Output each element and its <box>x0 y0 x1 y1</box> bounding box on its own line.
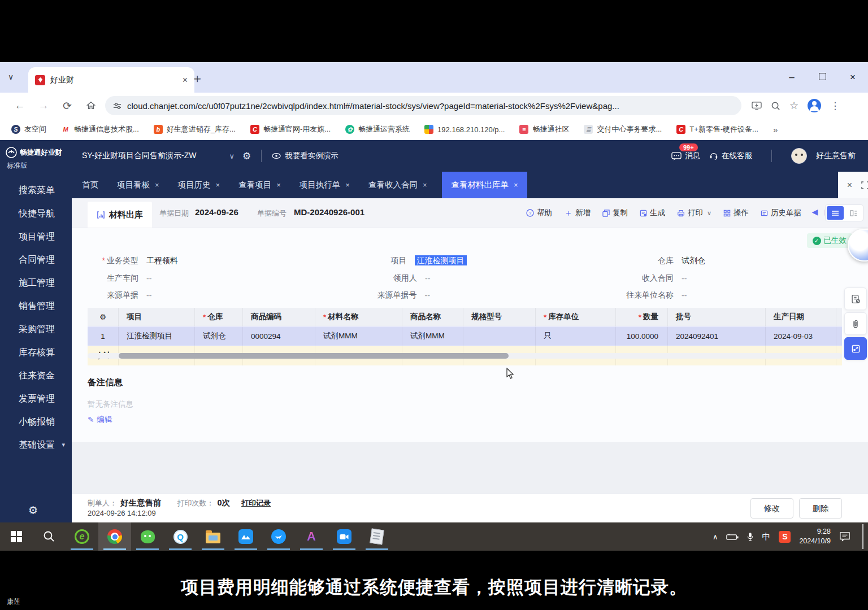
modify-button[interactable]: 修改 <box>750 498 793 518</box>
messages-button[interactable]: 消息 99+ <box>671 151 700 161</box>
bookmarks-overflow-icon[interactable]: » <box>773 125 778 134</box>
sidebar-gear-icon[interactable]: ⚙ <box>28 504 38 517</box>
history-button[interactable]: 历史单据 <box>761 208 801 218</box>
close-icon[interactable]: × <box>216 181 220 189</box>
user-avatar[interactable] <box>791 148 807 164</box>
doc-notes-button[interactable] <box>844 287 867 310</box>
card-view-button[interactable] <box>845 206 862 220</box>
col-header[interactable]: 商品名称 <box>402 308 463 326</box>
demo-link[interactable]: 我要看实例演示 <box>272 151 338 161</box>
close-all-tabs-icon[interactable]: × <box>847 180 852 190</box>
tab-home[interactable]: 首页 <box>82 180 98 190</box>
col-header[interactable]: 库存单位 <box>536 308 616 326</box>
menu-dots-icon[interactable]: ⋮ <box>830 100 840 112</box>
taskbar-icon-docs-app[interactable] <box>229 522 262 551</box>
sidebar-item-search-menu[interactable]: 搜索菜单 <box>0 178 72 202</box>
microphone-icon[interactable] <box>747 532 753 541</box>
bookmark-item[interactable]: b好生意进销存_库存... <box>154 124 236 134</box>
bookmark-item[interactable]: ✿畅捷通运营系统 <box>345 124 410 134</box>
table-settings-gear-icon[interactable]: ⚙ <box>88 308 119 326</box>
tab-project-board[interactable]: 项目看板× <box>117 180 159 190</box>
tray-clock[interactable]: 9:28 2024/10/9 <box>799 527 831 546</box>
zoom-icon[interactable] <box>771 101 780 111</box>
sidebar-item-sales[interactable]: 销售管理 <box>0 294 72 317</box>
bookmark-item[interactable]: C畅捷通官网-用友旗... <box>250 124 331 134</box>
taskbar-icon-chat-app[interactable]: Q <box>164 522 197 551</box>
install-icon[interactable] <box>752 101 762 110</box>
delete-button[interactable]: 删除 <box>799 498 842 518</box>
scrollbar-thumb[interactable] <box>119 353 509 359</box>
bookmark-item[interactable]: ≣交付中心事务要求... <box>584 124 662 134</box>
table-row[interactable]: 1 江淮检测项目 试剂仓 0000294 试剂MMM 试剂MMM 只 100.0… <box>88 326 842 346</box>
taskbar-icon-design-app[interactable]: A <box>295 522 328 551</box>
battery-icon[interactable] <box>726 533 739 541</box>
doc-type-tab[interactable]: 材料出库 <box>88 202 152 228</box>
tab-project-history[interactable]: 项目历史× <box>178 180 220 190</box>
close-icon[interactable]: × <box>514 181 518 189</box>
new-tab-button[interactable]: ＋ <box>191 70 203 87</box>
prev-doc-icon[interactable]: ◀ <box>811 207 818 216</box>
sidebar-item-construction[interactable]: 施工管理 <box>0 271 72 294</box>
operate-button[interactable]: 操作 <box>723 208 749 218</box>
bookmark-item[interactable]: 192.168.210.120/p... <box>424 125 505 134</box>
bookmark-item[interactable]: S友空间 <box>11 124 46 134</box>
online-service-button[interactable]: 在线客服 <box>709 151 752 161</box>
minimize-button[interactable]: – <box>776 72 807 83</box>
forward-icon[interactable]: → <box>32 99 55 112</box>
profile-avatar[interactable] <box>808 99 821 112</box>
sidebar-item-contract[interactable]: 合同管理 <box>0 248 72 271</box>
start-button[interactable] <box>0 522 33 551</box>
tab-income-contract[interactable]: 查看收入合同× <box>368 180 427 190</box>
notification-center-icon[interactable] <box>839 531 850 542</box>
sidebar-item-funds[interactable]: 往来资金 <box>0 364 72 387</box>
attachment-button[interactable] <box>844 312 867 335</box>
sogou-ime-icon[interactable]: S <box>779 531 791 543</box>
col-header[interactable]: 批号 <box>668 308 766 326</box>
new-button[interactable]: ＋新增 <box>564 208 591 219</box>
taskbar-icon-wechat[interactable] <box>131 522 164 551</box>
account-settings-icon[interactable]: ⚙ <box>242 150 251 162</box>
expand-button[interactable] <box>844 337 867 360</box>
taskbar-icon-recorder[interactable] <box>328 522 361 551</box>
sidebar-item-purchase[interactable]: 采购管理 <box>0 317 72 341</box>
col-header[interactable]: 项目 <box>119 308 195 326</box>
sidebar-item-inventory[interactable]: 库存核算 <box>0 341 72 364</box>
taskbar-icon-explorer[interactable] <box>197 522 229 551</box>
tab-view-project[interactable]: 查看项目× <box>238 180 281 190</box>
home-icon[interactable] <box>79 101 103 111</box>
address-bar[interactable]: cloud.chanjet.com/cc/u0f07putz1ne/2cwbiv… <box>105 96 741 115</box>
close-icon[interactable]: × <box>276 181 281 189</box>
col-header[interactable]: 数量 <box>616 308 668 326</box>
sidebar-item-quick-nav[interactable]: 快捷导航 <box>0 202 72 225</box>
col-header[interactable]: 失效日期 <box>836 308 842 326</box>
print-log-link[interactable]: 打印记录 <box>241 498 271 508</box>
taskbar-icon-notepad[interactable] <box>361 522 393 551</box>
close-icon[interactable]: × <box>345 181 350 189</box>
show-desktop-button[interactable] <box>862 524 863 549</box>
bookmark-item[interactable]: ≡畅捷通社区 <box>519 124 569 134</box>
tray-chevron-up-icon[interactable]: ∧ <box>713 533 718 541</box>
taskbar-icon-dingtalk[interactable] <box>262 522 295 551</box>
bookmark-item[interactable]: CT+新零售-硬件设备... <box>676 124 758 134</box>
bookmark-star-icon[interactable]: ☆ <box>789 99 798 112</box>
sidebar-item-project[interactable]: 项目管理 <box>0 225 72 248</box>
reload-icon[interactable]: ⟳ <box>55 99 79 112</box>
col-header[interactable]: 规格型号 <box>463 308 536 326</box>
print-button[interactable]: 打印∨ <box>677 208 711 218</box>
tab-material-outbound[interactable]: 查看材料出库单× <box>442 172 527 198</box>
ime-indicator[interactable]: 中 <box>762 531 770 542</box>
sidebar-item-invoice[interactable]: 发票管理 <box>0 387 72 410</box>
taskbar-search-button[interactable] <box>33 522 66 551</box>
bookmark-item[interactable]: M畅捷通信息技术股... <box>61 124 139 134</box>
close-button[interactable]: × <box>837 72 868 83</box>
close-icon[interactable]: × <box>423 181 427 189</box>
account-selector[interactable]: SY-好业财项目合同售前演示-ZW ∨ <box>82 151 235 161</box>
horizontal-scrollbar[interactable] <box>88 353 842 359</box>
col-header[interactable]: 材料名称 <box>315 308 402 326</box>
back-icon[interactable]: ← <box>8 99 32 112</box>
close-icon[interactable]: × <box>155 181 159 189</box>
edit-remarks-link[interactable]: ✎ 编辑 <box>88 415 112 425</box>
fullscreen-icon[interactable] <box>861 181 868 189</box>
maximize-button[interactable] <box>807 72 837 83</box>
list-view-button[interactable] <box>827 206 844 220</box>
